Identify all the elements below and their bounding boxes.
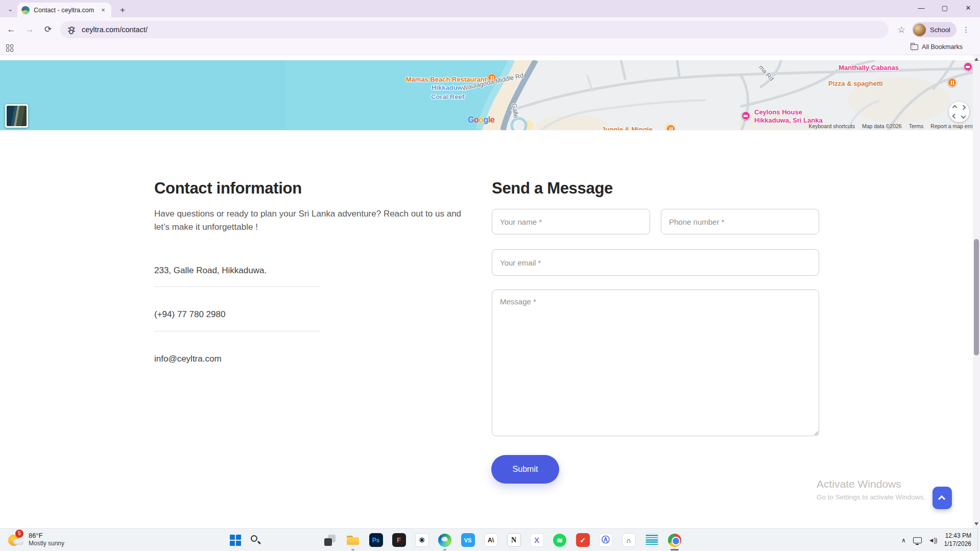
tray-expand-icon[interactable]: ∧ xyxy=(901,537,906,544)
phone-field[interactable] xyxy=(661,209,819,234)
map-marker-lodging-icon[interactable] xyxy=(742,111,750,120)
map-marker-restaurant-icon[interactable] xyxy=(666,125,675,130)
tray-volume-icon[interactable]: ◄)) xyxy=(928,537,937,544)
todoist-icon[interactable]: ✓ xyxy=(576,533,590,547)
vscode-icon[interactable]: VS xyxy=(461,533,475,547)
contact-description: Have questions or ready to plan your Sri… xyxy=(154,207,475,234)
google-logo: Google xyxy=(468,115,494,125)
tab-search-chevron-icon[interactable]: ⌄ xyxy=(4,4,16,15)
back-button[interactable]: ← xyxy=(4,22,18,37)
scrollbar-up-arrow-icon[interactable] xyxy=(974,58,978,61)
message-field[interactable] xyxy=(492,290,819,436)
map-label-jungle-mingle: Jungle & Mingle xyxy=(602,126,653,130)
divider xyxy=(154,286,321,287)
bookmark-star-icon[interactable]: ☆ xyxy=(895,25,908,35)
browser-menu-icon[interactable]: ⋮ xyxy=(962,26,971,34)
map-attribution-link[interactable]: Keyboard shortcuts xyxy=(808,123,854,129)
tray-date: 1/17/2026 xyxy=(944,540,971,548)
forward-button[interactable]: → xyxy=(22,22,37,37)
browser-tab-strip: ⌄ Contact - ceyltra.com × + — ▢ ✕ xyxy=(0,0,980,17)
notification-badge: 5 xyxy=(15,530,23,538)
browser-toolbar: ← → ⟳ ceyltra.com/contact/ ☆ School ⋮ xyxy=(0,17,980,42)
scroll-to-top-button[interactable] xyxy=(933,487,952,509)
map-label-ceylons-house: Ceylons House xyxy=(754,108,802,116)
all-bookmarks-button[interactable]: All Bookmarks xyxy=(911,43,963,51)
system-tray: ∧ ◄)) 12:43 PM 1/17/2026 xyxy=(901,529,980,551)
contact-phone: (+94) 77 780 2980 xyxy=(154,309,225,320)
window-maximize-button[interactable]: ▢ xyxy=(933,0,957,17)
url-text[interactable]: ceyltra.com/contact/ xyxy=(82,26,148,34)
page-content: Mamas Beach Restaurant Hikkaduwa Coral R… xyxy=(0,55,980,528)
form-heading: Send a Message xyxy=(492,179,613,198)
alpaca-icon[interactable]: ∩ xyxy=(622,533,636,547)
windows-taskbar: 5 86°F Mostly sunny PsF✳VSA\NX≋✓Ⓐ∩ ∧ ◄))… xyxy=(0,528,980,551)
map-label-pizza-spaghetti: Pizza & spaghetti xyxy=(828,80,883,87)
notes-icon[interactable] xyxy=(644,533,659,547)
map-label-coral-reef: Coral Reef xyxy=(431,93,464,101)
claude-icon[interactable]: A\ xyxy=(484,533,498,547)
contact-email: info@ceyltra.com xyxy=(154,354,222,364)
map-pan-control[interactable] xyxy=(949,102,969,122)
weather-widget[interactable]: 5 86°F Mostly sunny xyxy=(7,531,64,548)
browser-scrollbar[interactable] xyxy=(973,55,980,528)
scrollbar-down-arrow-icon[interactable] xyxy=(974,522,978,525)
tray-time: 12:43 PM xyxy=(944,532,971,540)
profile-name: School xyxy=(930,26,950,34)
map-attribution-link[interactable]: Report a map error xyxy=(930,123,976,129)
satellite-preview-image xyxy=(7,106,27,126)
map-label-manthally-cabanas: Manthally Cabanas xyxy=(839,64,899,71)
profile-chip[interactable]: School xyxy=(912,22,957,37)
submit-button[interactable]: Submit xyxy=(491,455,559,484)
window-close-button[interactable]: ✕ xyxy=(957,0,980,17)
chevron-up-icon xyxy=(938,495,945,502)
activate-windows-watermark-sub: Go to Settings to activate Windows. xyxy=(817,493,925,501)
activate-windows-watermark: Activate Windows xyxy=(817,478,901,490)
notion-icon[interactable]: N xyxy=(507,533,521,547)
search-icon[interactable] xyxy=(250,534,261,545)
tray-clock[interactable]: 12:43 PM 1/17/2026 xyxy=(944,532,971,548)
tab-title: Contact - ceyltra.com xyxy=(34,7,99,14)
figma-icon[interactable]: F xyxy=(392,533,406,547)
tab-close-icon[interactable]: × xyxy=(99,6,107,14)
task-view-icon[interactable] xyxy=(323,533,337,547)
chatgpt-icon[interactable]: ✳ xyxy=(415,533,429,547)
map-attribution-link[interactable]: Terms xyxy=(909,123,924,129)
photoshop-icon[interactable]: Ps xyxy=(369,533,383,547)
weather-sun-cloud-icon: 5 xyxy=(7,531,25,548)
affinity-a-icon[interactable]: Ⓐ xyxy=(599,533,613,547)
google-map[interactable]: Mamas Beach Restaurant Hikkaduwa Coral R… xyxy=(0,60,980,130)
url-bar[interactable]: ceyltra.com/contact/ xyxy=(60,21,889,38)
weather-condition: Mostly sunny xyxy=(29,540,64,547)
show-desktop-button[interactable] xyxy=(977,529,980,551)
start-button[interactable] xyxy=(230,535,241,546)
map-attribution-link[interactable]: Map data ©2026 xyxy=(862,123,902,129)
chrome-icon[interactable] xyxy=(667,533,682,547)
map-marker-lodging-icon[interactable] xyxy=(964,62,972,71)
map-marker-restaurant-icon[interactable] xyxy=(948,78,957,87)
folder-icon xyxy=(911,44,918,50)
window-minimize-button[interactable]: — xyxy=(910,0,933,17)
site-settings-icon[interactable] xyxy=(67,26,76,33)
tray-display-icon[interactable] xyxy=(913,537,922,543)
taskbar-app-icons: PsF✳VSA\NX≋✓Ⓐ∩ xyxy=(323,529,682,551)
purple-x-design-icon[interactable]: X xyxy=(530,533,544,547)
spotify-icon[interactable]: ≋ xyxy=(553,533,567,547)
email-field[interactable] xyxy=(492,249,819,276)
contact-address: 233, Galle Road, Hikkaduwa. xyxy=(154,266,267,276)
edge-icon[interactable] xyxy=(438,533,452,547)
name-field[interactable] xyxy=(492,209,650,234)
contact-heading: Contact information xyxy=(154,179,302,198)
weather-temp: 86°F xyxy=(29,532,64,539)
map-attribution[interactable]: Keyboard shortcutsMap data ©2026TermsRep… xyxy=(808,123,976,129)
all-bookmarks-label: All Bookmarks xyxy=(922,43,963,51)
avatar xyxy=(913,23,926,36)
scrollbar-thumb[interactable] xyxy=(974,239,979,355)
browser-tab[interactable]: Contact - ceyltra.com × xyxy=(17,3,111,17)
new-tab-button[interactable]: + xyxy=(116,4,129,16)
file-explorer-icon[interactable] xyxy=(346,533,360,547)
divider xyxy=(154,331,321,331)
site-favicon-icon xyxy=(21,6,30,14)
street-view-thumbnail[interactable] xyxy=(5,104,28,128)
reload-button[interactable]: ⟳ xyxy=(41,22,55,37)
tab-groups-grid-icon[interactable] xyxy=(6,44,14,52)
